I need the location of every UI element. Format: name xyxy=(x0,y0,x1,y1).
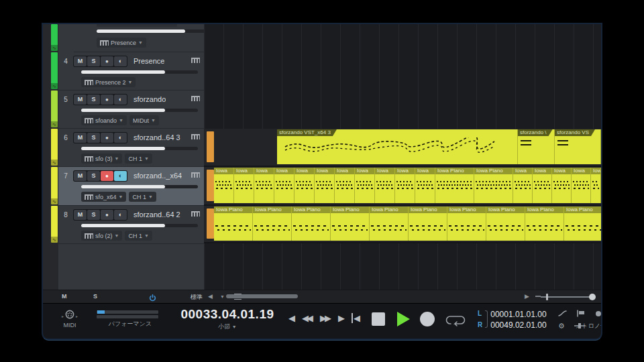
precount-icon[interactable] xyxy=(595,308,601,320)
midi-clip[interactable]: Iowa Piano xyxy=(292,206,331,241)
solo-all-button[interactable]: S xyxy=(93,293,97,300)
midi-clip[interactable]: Iowa xyxy=(355,168,375,203)
record-button[interactable] xyxy=(420,312,435,326)
midi-clip[interactable]: Iowa xyxy=(591,168,601,203)
midi-clip[interactable]: Iowa Piano xyxy=(474,168,513,203)
midi-clip[interactable]: Iowa Piano xyxy=(435,168,474,203)
channel-dropdown[interactable]: MIDut▼ xyxy=(129,115,159,125)
horizontal-scrollbar-thumb[interactable] xyxy=(226,294,298,298)
arrangement-area[interactable]: sforzando VST_x64 3sforzando \sforzando … xyxy=(204,24,601,290)
monitor-button[interactable]: ◐ xyxy=(114,56,127,66)
rewind-button[interactable]: ◀◀ xyxy=(302,313,311,323)
solo-button[interactable]: S xyxy=(87,56,100,66)
instrument-dropdown[interactable]: sfo (2)▼ xyxy=(81,231,122,241)
midi-clip[interactable]: Iowa xyxy=(294,168,315,203)
instrument-dropdown[interactable]: sfoando▼ xyxy=(81,115,127,125)
fade-curve-icon[interactable] xyxy=(558,308,567,320)
midi-clip[interactable]: Iowa xyxy=(234,168,254,203)
mute-button[interactable]: M xyxy=(74,171,87,181)
midi-clip[interactable]: Iowa xyxy=(254,168,274,203)
solo-button[interactable]: S xyxy=(87,95,100,105)
play-button[interactable] xyxy=(397,312,410,326)
midi-clip[interactable]: Iowa Piano xyxy=(486,206,525,241)
zoom-slider-handle[interactable] xyxy=(546,294,548,300)
midi-clip[interactable]: Iowa Piano xyxy=(331,206,370,241)
gear-icon[interactable]: ⚙ xyxy=(558,322,565,330)
midi-clip[interactable]: Iowa Piano xyxy=(409,206,447,241)
step-forward-button[interactable]: ▶ xyxy=(338,313,343,323)
record-arm-button[interactable]: ● xyxy=(101,95,113,105)
instrument-dropdown[interactable]: sfo_x64▼ xyxy=(81,192,126,202)
time-unit-dropdown[interactable]: 小節 ▼ xyxy=(170,322,284,331)
step-back-button[interactable]: ◀ xyxy=(288,313,293,323)
midi-clip[interactable]: Iowa xyxy=(415,168,435,203)
zoom-slider[interactable] xyxy=(541,296,594,298)
midi-clip[interactable]: Iowa xyxy=(552,168,572,203)
monitor-button[interactable]: ◐ xyxy=(114,171,127,181)
volume-slider[interactable] xyxy=(81,224,198,227)
midi-clip[interactable]: Iowa Piano xyxy=(564,206,601,241)
clip-start-marker[interactable] xyxy=(207,208,214,239)
volume-slider[interactable] xyxy=(81,70,198,74)
record-arm-button[interactable]: ● xyxy=(101,56,113,66)
record-arm-button[interactable]: ● xyxy=(101,171,113,181)
midi-clip[interactable]: Iowa xyxy=(315,168,335,203)
fast-forward-button[interactable]: ▶▶ xyxy=(320,313,329,323)
solo-button[interactable]: S xyxy=(87,171,100,181)
time-display[interactable]: 00033.04.01.19 小節 ▼ xyxy=(170,307,284,331)
midi-clip[interactable]: Iowa Piano xyxy=(525,206,564,241)
automation-wave-icon[interactable]: ∿ xyxy=(51,83,58,89)
track-header-6[interactable]: 6MS●◐sforzand..64 3sfo (3)▼CH 1▼ xyxy=(58,129,204,167)
midi-clip[interactable]: sforzando \ xyxy=(518,129,555,164)
volume-slider[interactable] xyxy=(81,109,198,112)
midi-clip[interactable]: sforzando VST_x64 3 xyxy=(277,129,518,164)
track-header-7[interactable]: 7MS●◐sforzand.._x64sfo_x64▼CH 1▼ xyxy=(58,167,204,206)
mute-button[interactable]: M xyxy=(74,56,87,66)
monitor-button[interactable]: ◐ xyxy=(114,210,127,220)
automation-wave-icon[interactable]: ∿ xyxy=(51,237,58,243)
record-arm-button[interactable]: ● xyxy=(101,210,113,220)
track-header-8[interactable]: 8MS●◐sforzand..64 2sfo (2)▼CH 1▼ xyxy=(58,206,204,244)
channel-dropdown[interactable]: CH 1▼ xyxy=(129,192,156,202)
return-to-start-button[interactable]: ◀ xyxy=(352,313,358,323)
mute-button[interactable]: M xyxy=(74,210,87,220)
midi-clip[interactable]: Iowa xyxy=(533,168,552,203)
midi-clip[interactable]: Iowa xyxy=(572,168,591,203)
midi-clip[interactable]: Iowa Piano xyxy=(253,206,292,241)
record-arm-button[interactable]: ● xyxy=(101,133,113,143)
automation-wave-icon[interactable]: ∿ xyxy=(51,198,58,204)
performance-meter[interactable]: パフォーマンス xyxy=(97,309,164,328)
monitor-button[interactable]: ◐ xyxy=(114,133,127,143)
midi-clip[interactable]: Iowa Piano xyxy=(370,206,409,241)
clip-row-track-6[interactable]: sforzando VST_x64 3sforzando \sforzando … xyxy=(204,129,601,167)
midi-clip[interactable]: Iowa xyxy=(395,168,415,203)
midi-clip[interactable]: sforzando VS xyxy=(555,129,601,164)
solo-button[interactable]: S xyxy=(87,133,100,143)
midi-clip[interactable]: Iowa Piano xyxy=(214,206,253,241)
midi-clip[interactable]: Iowa xyxy=(214,168,234,203)
track-header-partial[interactable]: Presence ▼ xyxy=(74,24,219,52)
midi-clip[interactable]: Iowa xyxy=(335,168,355,203)
midi-clip[interactable]: Iowa Piano xyxy=(447,206,486,241)
channel-dropdown[interactable]: CH 1▼ xyxy=(125,231,152,241)
instrument-dropdown[interactable]: sfo (3)▼ xyxy=(81,154,122,164)
clip-start-marker[interactable] xyxy=(207,131,214,162)
loop-button[interactable] xyxy=(445,312,466,330)
mute-all-button[interactable]: M xyxy=(62,293,67,300)
midi-clip[interactable]: Iowa xyxy=(513,168,533,203)
mute-button[interactable]: M xyxy=(74,95,87,105)
track-header-5[interactable]: 5MS●◐sforzandosfoando▼MIDut▼ xyxy=(58,90,204,129)
stop-button[interactable] xyxy=(372,312,385,326)
track-header-4[interactable]: 4MS●◐PresencePresence 2▼ xyxy=(58,52,204,90)
volume-slider[interactable] xyxy=(97,29,213,33)
mute-button[interactable]: M xyxy=(74,133,87,143)
clip-row-track-7[interactable]: IowaIowaIowaIowaIowaIowaIowaIowaIowaIowa… xyxy=(204,167,601,206)
volume-slider[interactable] xyxy=(81,185,198,188)
solo-button[interactable]: S xyxy=(87,210,100,220)
track-mode-dropdown[interactable]: 標準 xyxy=(191,293,203,302)
scroll-right-arrow[interactable]: ▶ xyxy=(525,293,529,300)
marker-icon[interactable] xyxy=(576,308,586,320)
volume-slider[interactable] xyxy=(81,147,198,150)
instrument-dropdown[interactable]: Presence ▼ xyxy=(97,38,146,48)
instrument-dropdown[interactable]: Presence 2▼ xyxy=(81,77,136,87)
